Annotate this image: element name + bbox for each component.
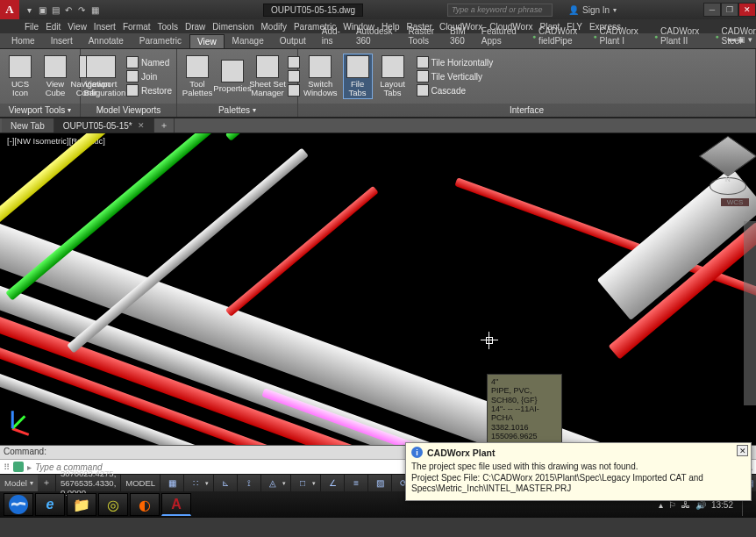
clock[interactable]: 13:52 — [711, 500, 733, 510]
rtab-manage[interactable]: Manage — [225, 33, 272, 48]
file-tabs-button[interactable]: File Tabs — [343, 54, 373, 99]
menu-tools[interactable]: Tools — [158, 22, 178, 32]
layout-tabs-button[interactable]: Layout Tabs — [378, 55, 408, 97]
qat-redo-icon[interactable]: ↷ — [75, 4, 88, 16]
min-icon[interactable]: ─ — [703, 3, 721, 17]
rtab-home[interactable]: Home — [4, 33, 43, 48]
taskbar-explorer[interactable]: 📁 — [67, 493, 96, 516]
ribbon-menu-icon[interactable]: ▣ ▾ — [738, 35, 752, 44]
window-controls: ─ ❐ ✕ — [703, 3, 756, 17]
cmd-handle-icon[interactable]: ⠿ — [4, 462, 10, 472]
taskbar-acad[interactable]: A — [161, 493, 191, 516]
compass-icon[interactable] — [710, 177, 746, 195]
panel-model-viewports: Viewport Configuration Named Join Restor… — [81, 49, 177, 117]
viewcube[interactable]: WCS — [707, 139, 749, 200]
rtab-insert[interactable]: Insert — [43, 33, 81, 48]
snap-icon[interactable]: ∷ — [189, 477, 203, 490]
vp-restore[interactable]: Restore — [126, 84, 172, 97]
switch-windows-button[interactable]: Switch Windows — [303, 55, 338, 97]
help-search[interactable]: Type a keyword or phrase — [447, 4, 553, 17]
close-icon[interactable]: ✕ — [738, 3, 756, 17]
properties-button[interactable]: Properties — [218, 60, 247, 93]
taskbar-ie[interactable]: e — [35, 493, 65, 516]
viewport-config-button[interactable]: Viewport Configuration — [86, 55, 116, 97]
otrack-icon[interactable]: ∠ — [325, 477, 339, 490]
osnap-icon[interactable]: □ — [296, 477, 310, 490]
quick-access-toolbar: ▾ ▣ ▤ ↶ ↷ ▦ — [23, 4, 101, 16]
isoplane-icon[interactable]: ◬ — [266, 477, 280, 490]
panel-viewport-tools: UCS Icon View Cube Navigation Bar Viewpo… — [0, 49, 81, 117]
menu-format[interactable]: Format — [123, 22, 151, 32]
menu-insert[interactable]: Insert — [94, 22, 116, 32]
menu-modify[interactable]: Modify — [261, 22, 287, 32]
entity-tooltip: 4" PIPE, PVC, SCH80, {GF} 14"- -- --11AI… — [487, 374, 562, 444]
rtab-output[interactable]: Output — [272, 33, 314, 48]
lineweight-icon[interactable]: ≡ — [349, 477, 363, 490]
ribbon-collapse-icon[interactable]: ◂◂ — [727, 35, 736, 44]
taskbar-chrome[interactable]: ◎ — [98, 493, 128, 516]
qat-undo-icon[interactable]: ↶ — [62, 4, 75, 16]
rtab-a360[interactable]: Autodesk 360 — [348, 24, 401, 48]
balloon-close-icon[interactable]: ✕ — [737, 445, 748, 456]
polar-icon[interactable]: ⟟ — [242, 477, 256, 490]
transparency-icon[interactable]: ▨ — [373, 477, 387, 490]
menu-file[interactable]: File — [25, 22, 39, 32]
tray-up-icon[interactable]: ▴ — [659, 500, 663, 510]
menu-dimension[interactable]: Dimension — [212, 22, 253, 32]
tray-flag-icon[interactable]: ⚐ — [668, 500, 676, 510]
tile-horizontally[interactable]: Tile Horizontally — [417, 56, 494, 68]
rtab-plant2[interactable]: ●CADWorx Plant II — [646, 24, 708, 48]
document-name: OUPUT05-05-15.dwg — [263, 4, 363, 17]
navigation-bar[interactable] — [744, 221, 756, 405]
wcs-label[interactable]: WCS — [721, 198, 749, 206]
ucs-icon-button[interactable]: UCS Icon — [5, 55, 35, 97]
qat-save-icon[interactable]: ▤ — [49, 4, 61, 16]
tile-vertically[interactable]: Tile Vertically — [417, 70, 494, 82]
app-logo[interactable]: A — [0, 0, 19, 19]
sheetset-button[interactable]: Sheet Set Manager — [253, 55, 282, 97]
drawing-viewport[interactable]: [-][NW Isometric][Realistic] WCS 4" PIPE… — [0, 133, 756, 445]
tab-active-file[interactable]: OUPUT05-05-15*✕ — [54, 118, 154, 132]
rtab-annotate[interactable]: Annotate — [81, 33, 132, 48]
tab-new[interactable]: New Tab — [2, 118, 54, 132]
layout-plus-icon[interactable]: ＋ — [42, 477, 51, 489]
max-icon[interactable]: ❐ — [721, 3, 738, 17]
space-toggle[interactable]: Model ▾ — [0, 475, 38, 491]
panel-palettes: Tool Palettes Properties Sheet Set Manag… — [177, 49, 298, 117]
qat-new-icon[interactable]: ▾ — [23, 4, 35, 16]
ucs-triad-icon — [7, 413, 33, 440]
close-tab-icon[interactable]: ✕ — [138, 121, 145, 130]
start-button[interactable] — [4, 493, 33, 516]
taskbar-firefox[interactable]: ◐ — [130, 493, 160, 516]
menu-draw[interactable]: Draw — [185, 22, 205, 32]
qat-print-icon[interactable]: ▦ — [89, 4, 101, 16]
menu-view[interactable]: View — [68, 22, 87, 32]
tray-net-icon[interactable]: 🖧 — [681, 500, 690, 510]
rtab-featured[interactable]: Featured Apps — [474, 24, 524, 48]
info-icon: i — [411, 447, 423, 458]
grid-icon[interactable]: ▦ — [165, 477, 179, 490]
menu-edit[interactable]: Edit — [46, 22, 61, 32]
rtab-addins[interactable]: Add-ins — [314, 24, 348, 48]
user-icon: 👤 — [568, 5, 579, 15]
rtab-fieldpipe[interactable]: ●CADWorx fieldPipe — [524, 24, 586, 48]
viewcube-button[interactable]: View Cube — [40, 55, 70, 97]
tab-add[interactable]: ＋ — [154, 118, 175, 132]
qat-open-icon[interactable]: ▣ — [36, 4, 48, 16]
title-bar: A ▾ ▣ ▤ ↶ ↷ ▦ OUPUT05-05-15.dwg Type a k… — [0, 0, 756, 19]
rtab-bim360[interactable]: BIM 360 — [442, 24, 474, 48]
rtab-parametric[interactable]: Parametric — [132, 33, 189, 48]
vp-join[interactable]: Join — [126, 70, 172, 82]
vp-named[interactable]: Named — [126, 56, 172, 68]
rtab-view[interactable]: View — [189, 34, 225, 48]
ribbon-tab-strip: Home Insert Annotate Parametric View Man… — [0, 33, 756, 49]
rtab-raster[interactable]: Raster Tools — [401, 24, 442, 48]
tool-palettes-button[interactable]: Tool Palettes — [182, 55, 212, 97]
rtab-plant1[interactable]: ●CADWorx Plant I — [585, 24, 646, 48]
status-space2[interactable]: MODEL — [125, 478, 155, 488]
tray-volume-icon[interactable]: 🔊 — [695, 500, 706, 510]
ortho-icon[interactable]: ⊾ — [218, 477, 232, 490]
sign-in[interactable]: 👤 Sign In ▾ — [568, 5, 617, 15]
panel-interface: Switch Windows File Tabs Layout Tabs Til… — [298, 49, 756, 117]
cascade[interactable]: Cascade — [417, 84, 494, 97]
